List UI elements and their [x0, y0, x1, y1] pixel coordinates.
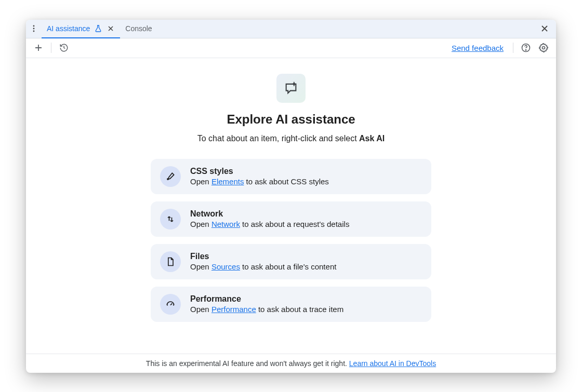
performance-icon: [160, 294, 181, 315]
network-icon: [160, 209, 181, 229]
card-files: Files Open Sources to ask about a file's…: [151, 244, 431, 279]
elements-link[interactable]: Elements: [211, 177, 244, 186]
help-button[interactable]: [519, 40, 533, 55]
card-desc: Open Sources to ask about a file's conte…: [190, 262, 422, 271]
card-title: CSS styles: [190, 167, 422, 176]
tab-bar: AI assistance Console: [26, 20, 556, 38]
svg-point-1: [33, 28, 35, 30]
close-panel-button[interactable]: [537, 20, 552, 38]
card-css-styles: CSS styles Open Elements to ask about CS…: [151, 159, 431, 194]
main-content: Explore AI assistance To chat about an i…: [26, 58, 556, 354]
page-title: Explore AI assistance: [227, 112, 355, 127]
card-title: Performance: [190, 294, 422, 304]
devtools-window: AI assistance Console Send feedback: [26, 20, 556, 373]
new-chat-button[interactable]: [31, 40, 46, 55]
svg-point-5: [543, 47, 545, 49]
card-title: Files: [190, 252, 422, 261]
footer-text: This is an experimental AI feature and w…: [146, 359, 349, 368]
brush-icon: [160, 166, 181, 187]
toolbar-divider: [513, 43, 513, 53]
card-performance: Performance Open Performance to ask abou…: [151, 287, 431, 322]
svg-point-2: [33, 31, 35, 32]
footer: This is an experimental AI feature and w…: [26, 354, 556, 373]
performance-link[interactable]: Performance: [211, 305, 256, 314]
page-subtitle: To chat about an item, right-click and s…: [197, 134, 385, 143]
card-title: Network: [190, 209, 422, 219]
send-feedback-link[interactable]: Send feedback: [452, 44, 504, 52]
card-desc: Open Network to ask about a request's de…: [190, 220, 422, 228]
close-tab-button[interactable]: [107, 24, 115, 33]
history-button[interactable]: [57, 40, 71, 55]
more-menu-button[interactable]: [26, 20, 42, 38]
card-desc: Open Elements to ask about CSS styles: [190, 177, 422, 186]
tab-ai-assistance[interactable]: AI assistance: [42, 20, 120, 38]
svg-point-0: [33, 25, 35, 27]
svg-point-6: [167, 178, 168, 179]
card-desc: Open Performance to ask about a trace it…: [190, 305, 422, 314]
ai-chat-icon: [276, 74, 306, 103]
card-network: Network Open Network to ask about a requ…: [151, 201, 431, 237]
settings-button[interactable]: [536, 40, 551, 55]
tab-label: AI assistance: [47, 24, 90, 33]
file-icon: [160, 251, 181, 272]
sources-link[interactable]: Sources: [211, 262, 240, 271]
network-link[interactable]: Network: [211, 220, 240, 228]
learn-more-link[interactable]: Learn about AI in DevTools: [349, 359, 436, 368]
svg-point-4: [525, 50, 526, 50]
toolbar: Send feedback: [26, 38, 556, 58]
toolbar-divider: [51, 43, 51, 53]
tab-label: Console: [125, 24, 152, 33]
cards-list: CSS styles Open Elements to ask about CS…: [151, 159, 431, 322]
tab-console[interactable]: Console: [120, 20, 157, 38]
flask-icon: [94, 24, 102, 33]
